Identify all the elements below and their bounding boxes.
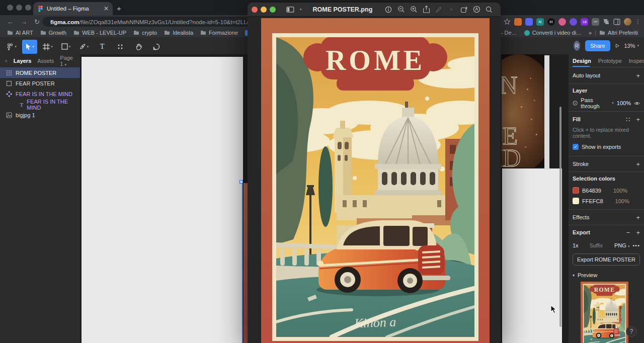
color-hex[interactable]: FFEFC8 (582, 198, 603, 204)
layer-row-rome-poster[interactable]: ROME POSTER (0, 67, 80, 78)
visibility-eye-icon[interactable] (634, 101, 640, 106)
layer-row-fear-component[interactable]: FEAR IS IN THE MIND (0, 89, 80, 99)
ext-key-icon[interactable] (558, 18, 566, 26)
bookmark-item[interactable]: Formazione (200, 30, 238, 36)
export-suffix-input[interactable]: Suffix (590, 242, 603, 248)
hand-tool-button[interactable] (131, 40, 146, 54)
frame-tool-button[interactable]: ▾ (40, 40, 55, 54)
comment-tool-button[interactable] (149, 40, 164, 54)
figma-main-menu-button[interactable]: ▾ (4, 40, 19, 54)
ext-purple-icon[interactable] (570, 18, 577, 26)
artboard-white-frame[interactable] (82, 57, 243, 343)
show-in-exports-checkbox[interactable]: ✓ (573, 144, 579, 150)
browser-tab[interactable]: Untitled – Figma ✕ (33, 2, 113, 15)
export-options-icon[interactable]: ••• (632, 242, 640, 248)
search-icon[interactable] (5, 58, 8, 64)
export-scale-value[interactable]: 1x (573, 242, 579, 248)
layer-row-fear-text[interactable]: T FEAR IS IN THE MIND (0, 99, 80, 110)
bookmarks-overflow-chevron[interactable]: » (589, 30, 592, 36)
color-opacity[interactable]: 100% (613, 188, 627, 194)
ext-code-icon[interactable]: </> (592, 18, 599, 26)
share-button[interactable]: Share (585, 40, 610, 51)
profile-avatar[interactable] (624, 18, 631, 26)
tab-close-icon[interactable]: ✕ (104, 5, 109, 12)
bookmark-item[interactable]: Converti i video di… (524, 30, 582, 36)
export-rome-poster-button[interactable]: Export ROME POSTER (573, 253, 640, 266)
text-tool-button[interactable]: T (95, 40, 110, 54)
info-icon[interactable] (383, 6, 394, 13)
color-opacity[interactable]: 100% (615, 198, 629, 204)
ext-notion-icon[interactable]: N (536, 18, 544, 26)
tab-design[interactable]: Design (573, 58, 591, 64)
bookmark-item[interactable]: - De… (501, 30, 517, 36)
preview-minimize-button[interactable] (261, 7, 267, 13)
export-format-select[interactable]: PNG ▾ (614, 242, 629, 248)
tab-assets[interactable]: Assets (37, 58, 54, 64)
rome-poster-canvas-edge[interactable] (244, 183, 248, 343)
bookmark-item[interactable]: WEB - LEVEL-UP (73, 30, 126, 36)
preview-window[interactable]: ▾ ROME POSTER.png ▾ (248, 3, 501, 343)
chevron-down-icon[interactable]: ▾ (300, 8, 302, 12)
address-bar[interactable]: figma.com/file/ZOqa831eMwhNfNMRz3vGs1/Un… (42, 17, 254, 27)
preview-disclosure-triangle[interactable]: ▾ (573, 273, 575, 278)
page-selector[interactable]: Page 1 ▾ (60, 55, 73, 67)
zoom-in-icon[interactable] (408, 6, 419, 13)
ext-orange-icon[interactable] (514, 18, 522, 26)
sidebar-toggle-icon[interactable] (285, 7, 296, 13)
preview-close-button[interactable] (252, 7, 258, 13)
add-auto-layout-button[interactable]: + (636, 72, 640, 79)
tab-prototype[interactable]: Prototype (598, 58, 622, 64)
rotate-icon[interactable] (458, 6, 469, 13)
reload-icon[interactable]: ↻ (34, 18, 40, 26)
resources-tool-button[interactable] (113, 40, 128, 54)
window-close-button[interactable] (7, 5, 13, 11)
help-button[interactable]: ? (626, 326, 637, 337)
add-export-button[interactable]: + (636, 229, 640, 236)
annotate-circle-icon[interactable] (471, 6, 482, 13)
zoom-menu[interactable]: 13% ▾ (624, 43, 639, 49)
selection-color-row[interactable]: B64839 100% (573, 185, 640, 196)
selection-color-row[interactable]: FFEFC8 100% (573, 196, 640, 206)
side-panel-icon[interactable] (613, 19, 620, 25)
user-avatar[interactable]: R (574, 41, 580, 51)
present-icon[interactable] (615, 43, 619, 49)
zoom-out-icon[interactable] (395, 6, 407, 13)
move-tool-button[interactable]: ▾ (22, 40, 37, 54)
add-effect-button[interactable]: + (636, 214, 640, 221)
color-swatch[interactable] (573, 198, 579, 204)
canvas-scrollbar[interactable] (559, 107, 561, 327)
search-icon[interactable] (484, 6, 495, 13)
new-tab-button[interactable]: + (117, 4, 121, 13)
other-bookmarks-folder[interactable]: Altri Preferiti (599, 30, 638, 36)
fear-poster-canvas-image[interactable] (502, 54, 544, 167)
shape-tool-button[interactable]: ▾ (58, 40, 73, 54)
ext-blue-icon[interactable] (525, 18, 533, 26)
ext-h-icon[interactable]: H (547, 18, 555, 26)
bookmark-item[interactable]: AI ART (7, 30, 33, 36)
tab-inspect[interactable]: Inspect (629, 58, 644, 64)
add-fill-button[interactable]: + (636, 116, 640, 123)
bookmark-item[interactable]: crypto (133, 30, 157, 36)
fill-mixed-icon[interactable]: ∷ (626, 116, 630, 123)
window-zoom-button[interactable] (25, 5, 31, 11)
color-swatch[interactable] (573, 187, 579, 194)
add-stroke-button[interactable]: + (636, 160, 640, 168)
bookmark-item[interactable]: Idealista (164, 30, 193, 36)
selection-handle[interactable] (239, 180, 243, 184)
bookmark-item[interactable]: Growth (40, 30, 66, 36)
preview-zoom-button[interactable] (270, 7, 276, 13)
window-minimize-button[interactable] (16, 5, 22, 11)
blend-mode-icon[interactable] (573, 100, 578, 106)
back-icon[interactable]: ← (7, 18, 14, 26)
ext-18-badge-icon[interactable]: 18 (581, 18, 588, 26)
tab-layers[interactable]: Layers (14, 58, 31, 64)
color-hex[interactable]: B64839 (582, 188, 601, 194)
bookmark-star-icon[interactable] (504, 18, 511, 25)
layer-opacity-value[interactable]: 100% (617, 100, 631, 106)
share-icon[interactable] (421, 6, 432, 13)
blend-mode-value[interactable]: Pass through (581, 97, 609, 109)
forward-icon[interactable]: → (21, 18, 27, 26)
layer-row-fear-poster[interactable]: FEAR POSTER (0, 78, 80, 89)
remove-export-button[interactable]: − (626, 229, 630, 236)
browser-menu-icon[interactable]: ⋮ (635, 18, 641, 25)
